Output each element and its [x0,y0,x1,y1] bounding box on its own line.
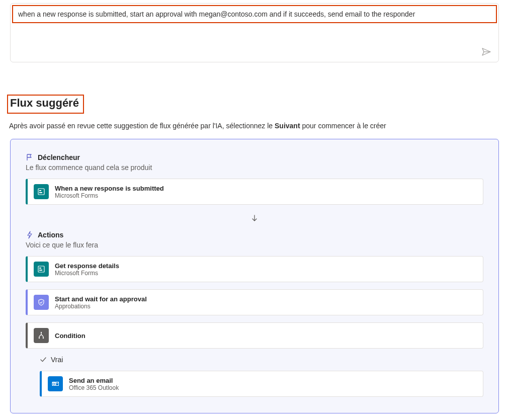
step-title: Start and wait for an approval [55,295,147,303]
approval-icon [34,295,49,310]
svg-rect-1 [38,189,44,195]
step-sub: Approbations [55,303,147,310]
prompt-box[interactable]: when a new response is submitted, start … [10,3,499,62]
section-title: Flux suggéré [10,97,79,110]
svg-text:O: O [52,382,55,386]
flow-card: Déclencheur Le flux commence quand cela … [10,139,499,413]
svg-rect-4 [38,266,44,272]
svg-point-9 [43,338,44,339]
arrow-down-icon [26,214,483,223]
action-step-condition[interactable]: Condition [26,322,483,349]
prompt-text: when a new response is submitted, start … [12,5,497,23]
step-sub: Microsoft Forms [55,270,119,277]
svg-rect-6 [39,270,42,271]
action-step-get-response[interactable]: Get response details Microsoft Forms [26,256,483,282]
condition-icon [34,328,49,343]
trigger-label: Déclencheur [38,153,80,161]
svg-point-7 [41,332,42,333]
lightning-icon [26,231,34,239]
actions-desc: Voici ce que le flux fera [26,241,483,249]
step-title: Get response details [55,262,119,270]
forms-icon [34,262,49,277]
svg-rect-5 [39,268,41,269]
section-title-highlight: Flux suggéré [7,95,84,114]
subtitle-pre: Après avoir passé en revue cette suggest… [9,122,275,130]
subtitle-bold: Suivant [275,122,300,130]
svg-rect-3 [39,192,42,193]
flag-icon [26,153,34,161]
branch-true-label: Vrai [51,356,63,364]
subtitle-post: pour commencer à le créer [300,122,386,130]
send-icon[interactable] [481,47,491,57]
step-title: When a new response is submitted [55,185,164,192]
actions-label: Actions [38,231,63,239]
actions-header: Actions [26,231,483,239]
svg-point-8 [39,338,40,339]
outlook-icon: O [48,376,63,391]
step-sub: Office 365 Outlook [69,384,119,391]
step-sub: Microsoft Forms [55,192,164,199]
svg-rect-2 [39,190,41,191]
trigger-header: Déclencheur [26,153,483,161]
branch-true: Vrai [40,356,483,364]
step-title: Condition [55,332,86,340]
step-title: Send an email [69,377,119,384]
action-step-approval[interactable]: Start and wait for an approval Approbati… [26,289,483,315]
check-icon [40,356,47,363]
forms-icon [34,184,49,199]
action-step-send-email[interactable]: O Send an email Office 365 Outlook [40,371,483,397]
trigger-step[interactable]: When a new response is submitted Microso… [26,179,483,205]
section-subtitle: Après avoir passé en revue cette suggest… [9,122,509,130]
trigger-desc: Le flux commence quand cela se produit [26,163,483,172]
